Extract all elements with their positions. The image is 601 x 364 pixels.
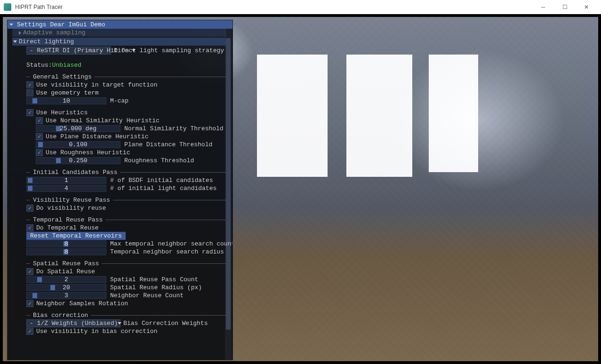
use-heuristics-checkbox[interactable]	[26, 109, 33, 116]
vis-bias-label: Use visibility in bias correction	[36, 328, 157, 335]
adaptive-sampling-header[interactable]: Adaptive sampling	[12, 29, 226, 37]
plane-thresh-value: 0.100	[69, 141, 87, 148]
status-label: Status:	[26, 62, 52, 69]
window-titlebar: HIPRT Path Tracer ─ ☐ ✕	[0, 0, 601, 14]
vis-bias-checkbox[interactable]	[26, 328, 33, 335]
initial-header: Initial Candidates Pass	[33, 169, 117, 176]
do-temporal-label: Do Temporal Reuse	[36, 224, 99, 231]
mcap-slider[interactable]: 10	[26, 97, 106, 104]
maximize-button[interactable]: ☐	[554, 0, 576, 14]
bsdf-label: # of BSDF initial candidates	[110, 177, 213, 184]
normal-thresh-slider[interactable]: 25.000 deg	[36, 125, 120, 132]
bias-combo-label: Bias Correction Weights	[123, 320, 208, 327]
bias-header: Bias correction	[33, 312, 88, 319]
spatial-radius-label: Spatial Reuse Radius (px)	[110, 284, 202, 291]
light-label: # of initial light candidates	[110, 185, 216, 192]
app-icon	[4, 3, 11, 11]
spatial-count-value: 2	[64, 276, 68, 283]
strategy-label: Direct light sampling strategy	[114, 47, 224, 54]
spatial-count-label: Spatial Reuse Pass Count	[110, 276, 198, 283]
temporal-radius-label: Temporal neighbor search radius	[110, 248, 224, 255]
tri-down-icon	[13, 40, 17, 43]
spatial-separator: Spatial Reuse Pass	[12, 260, 232, 268]
do-temporal-checkbox[interactable]	[26, 224, 33, 231]
temporal-separator: Temporal Reuse Pass	[12, 216, 232, 224]
geom-term-label: Use geometry term	[36, 89, 99, 96]
rough-thresh-slider[interactable]: 0.250	[36, 157, 120, 164]
vis-reuse-header: Visibility Reuse Pass	[33, 197, 110, 204]
adaptive-sampling-label: Adaptive sampling	[23, 29, 86, 36]
geom-term-checkbox[interactable]	[26, 89, 33, 96]
mcap-value: 10	[63, 97, 70, 104]
normal-thresh-label: Normal Similarity Threshold	[124, 125, 224, 132]
neighbor-rotation-checkbox[interactable]	[26, 300, 33, 307]
direct-lighting-header[interactable]: Direct lighting	[12, 38, 226, 46]
plane-heuristic-label: Use Plane Distance Heuristic	[46, 133, 148, 140]
menu-bar: Settings Dear ImGui Demo	[8, 20, 232, 29]
do-spatial-label: Do Spatial Reuse	[36, 268, 95, 275]
plane-thresh-slider[interactable]: 0.100	[36, 141, 120, 148]
settings-panel: Settings Dear ImGui Demo Adaptive sampli…	[7, 20, 233, 360]
plane-heuristic-checkbox[interactable]	[36, 133, 43, 140]
neighbor-label: Neighbor Reuse Count	[110, 292, 184, 299]
vis-target-checkbox[interactable]	[26, 81, 33, 88]
bias-separator: Bias correction	[12, 311, 232, 319]
bsdf-value: 1	[64, 177, 68, 184]
rough-heuristic-checkbox[interactable]	[36, 149, 43, 156]
use-heuristics-label: Use Heuristics	[36, 109, 88, 116]
spatial-header: Spatial Reuse Pass	[33, 260, 99, 267]
vis-reuse-separator: Visibility Reuse Pass	[12, 196, 232, 204]
initial-separator: Initial Candidates Pass	[12, 168, 232, 176]
neighbor-rotation-label: Neighbor Samples Rotation	[36, 300, 128, 307]
spatial-radius-value: 20	[63, 284, 70, 291]
light-candidates-slider[interactable]: 4	[26, 185, 106, 192]
do-vis-reuse-label: Do visibility reuse	[36, 205, 106, 212]
do-vis-reuse-checkbox[interactable]	[26, 205, 33, 212]
window-title: HIPRT Path Tracer	[15, 4, 63, 10]
menu-demo[interactable]: Dear ImGui Demo	[48, 21, 107, 28]
collapse-icon[interactable]	[9, 24, 13, 26]
normal-heuristic-checkbox[interactable]	[36, 117, 43, 124]
strategy-combo[interactable]: - ReSTIR DI (Primary Hit On	[26, 47, 111, 55]
bias-combo[interactable]: - 1/Z Weights (Unbiased)	[26, 319, 120, 327]
rough-thresh-value: 0.250	[69, 157, 87, 164]
close-button[interactable]: ✕	[576, 0, 597, 14]
max-temporal-search-slider[interactable]: 8	[26, 240, 106, 247]
light-value: 4	[64, 185, 68, 192]
normal-thresh-value: 25.000 deg	[60, 125, 96, 132]
do-spatial-checkbox[interactable]	[26, 268, 33, 275]
bias-combo-value: - 1/Z Weights (Unbiased)	[30, 320, 118, 327]
rough-heuristic-label: Use Roughness Heuristic	[46, 149, 130, 156]
neighbor-count-slider[interactable]: 3	[26, 292, 106, 299]
tri-icon	[19, 31, 21, 35]
status-value: Unbiased	[52, 62, 81, 69]
reset-temporal-button[interactable]: Reset Temporal Reservoirs	[26, 232, 126, 240]
temporal-header: Temporal Reuse Pass	[33, 216, 103, 223]
minimize-button[interactable]: ─	[532, 0, 554, 14]
rough-thresh-label: Roughness Threshold	[124, 157, 194, 164]
mcap-label: M-cap	[110, 97, 128, 104]
spatial-radius-slider[interactable]: 20	[26, 284, 106, 291]
normal-heuristic-label: Use Normal Similarity Heuristic	[46, 117, 160, 124]
panel-body: Adaptive sampling Direct lighting - ReST…	[8, 29, 232, 360]
menu-settings[interactable]: Settings	[15, 21, 48, 28]
chevron-down-icon	[118, 322, 121, 324]
spatial-count-slider[interactable]: 2	[26, 276, 106, 283]
max-search-label: Max temporal neighbor search count	[110, 240, 232, 247]
temporal-radius-slider[interactable]: 8	[26, 248, 106, 255]
neighbor-value: 3	[64, 292, 68, 299]
bsdf-candidates-slider[interactable]: 1	[26, 177, 106, 184]
general-settings-separator: General Settings	[12, 73, 232, 81]
general-header: General Settings	[33, 73, 92, 80]
temporal-radius-value: 8	[64, 248, 68, 255]
vis-target-label: Use visibility in target function	[36, 81, 157, 88]
plane-thresh-label: Plane Distance Threshold	[124, 141, 212, 148]
direct-lighting-label: Direct lighting	[19, 38, 74, 45]
viewport: Settings Dear ImGui Demo Adaptive sampli…	[0, 14, 601, 364]
max-search-value: 8	[64, 240, 68, 247]
